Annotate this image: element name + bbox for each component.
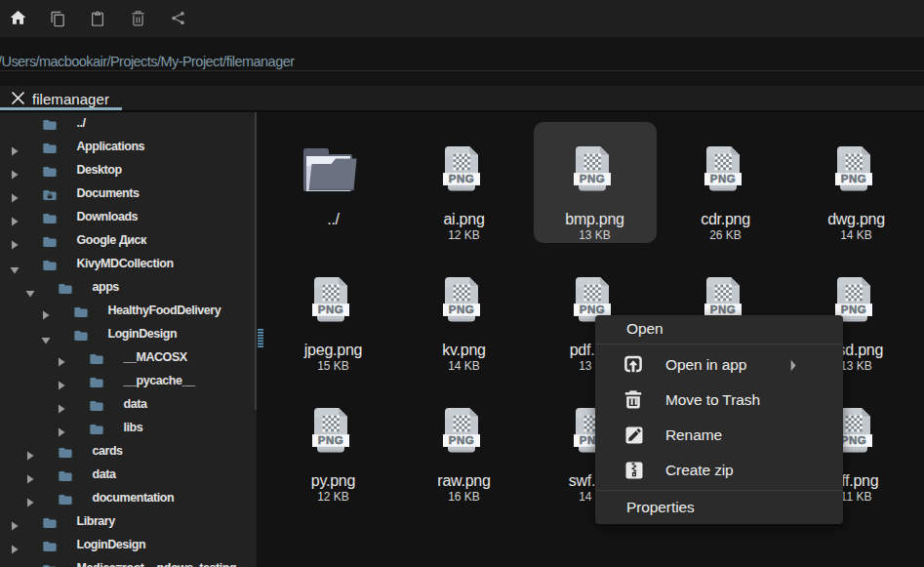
svg-text:PNG: PNG [448,173,474,184]
svg-text:PNG: PNG [579,173,605,184]
svg-text:PNG: PNG [579,304,605,315]
svg-text:PNG: PNG [448,304,474,315]
svg-text:PNG: PNG [448,434,474,446]
svg-text:PNG: PNG [317,434,343,446]
svg-text:PNG: PNG [840,173,866,184]
svg-text:PNG: PNG [709,173,736,184]
svg-text:PNG: PNG [840,434,866,446]
svg-text:PNG: PNG [317,304,343,315]
svg-text:PNG: PNG [840,304,866,315]
svg-text:PNG: PNG [709,304,736,315]
